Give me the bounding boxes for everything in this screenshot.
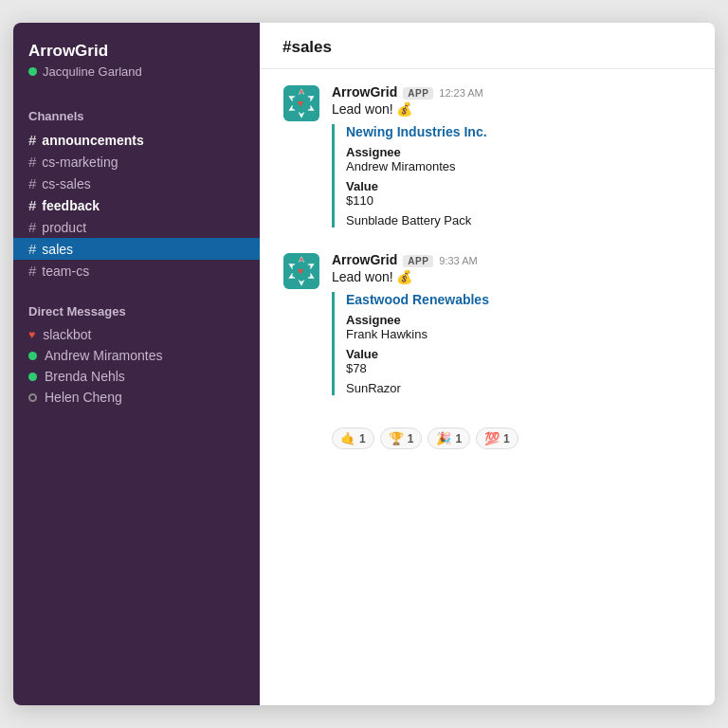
- hash-icon: #: [28, 263, 36, 279]
- dm-item-andrew-miramontes[interactable]: Andrew Miramontes: [13, 345, 260, 366]
- channel-label: sales: [42, 242, 73, 257]
- lead-company-1: Eastwood Renewables: [346, 292, 692, 307]
- lead-card-0: Newing Industries Inc. Assignee Andrew M…: [332, 124, 692, 228]
- sender-name-1: ArrowGrid: [332, 252, 397, 267]
- message-group-1: ArrowGrid APP 9:33 AM Lead won! 💰 Eastwo…: [282, 252, 692, 401]
- channels-section-label: Channels: [13, 98, 260, 129]
- message-time-1: 9:33 AM: [439, 255, 477, 266]
- channel-label: cs-marketing: [42, 155, 118, 170]
- app-badge-0: APP: [403, 87, 433, 100]
- sidebar-channel-cs-sales[interactable]: #cs-sales: [13, 173, 260, 194]
- lead-card-1: Eastwood Renewables Assignee Frank Hawki…: [332, 292, 692, 395]
- sidebar-channel-product[interactable]: #product: [13, 216, 260, 238]
- online-dot: [28, 352, 37, 360]
- dm-item-helen-cheng[interactable]: Helen Cheng: [13, 387, 260, 408]
- app-window: ArrowGrid Jacquline Garland Channels #an…: [13, 23, 715, 705]
- dm-name: slackbot: [43, 327, 91, 342]
- online-dot: [28, 373, 37, 381]
- sidebar-channel-cs-marketing[interactable]: #cs-marketing: [13, 151, 260, 173]
- reaction-1[interactable]: 🏆1: [380, 428, 423, 449]
- value-label-1: Value: [346, 347, 692, 361]
- channel-label: team-cs: [42, 264, 89, 279]
- hash-icon: #: [28, 132, 36, 148]
- sidebar-channel-team-cs[interactable]: #team-cs: [13, 260, 260, 282]
- sender-name-0: ArrowGrid: [332, 84, 397, 100]
- channel-title: #sales: [282, 38, 692, 57]
- dm-name: Andrew Miramontes: [45, 348, 163, 363]
- dm-section-label: Direct Messages: [13, 293, 260, 324]
- sidebar-channel-announcements[interactable]: #announcements: [13, 129, 260, 151]
- reaction-count-0: 1: [359, 432, 366, 446]
- assignee-value-0: Andrew Miramontes: [346, 159, 692, 173]
- dms-list: ♥slackbotAndrew MiramontesBrenda NehlsHe…: [13, 324, 260, 408]
- user-online-dot: [28, 67, 37, 76]
- reaction-count-1: 1: [408, 432, 414, 446]
- hash-icon: #: [28, 197, 36, 213]
- message-text-0: Lead won! 💰: [332, 101, 692, 117]
- channel-label: cs-sales: [42, 176, 90, 191]
- username-label: Jacquline Garland: [43, 64, 142, 79]
- message-body-1: ArrowGrid APP 9:33 AM Lead won! 💰 Eastwo…: [332, 252, 692, 401]
- dm-item-brenda-nehls[interactable]: Brenda Nehls: [13, 366, 260, 387]
- app-badge-1: APP: [403, 255, 433, 267]
- dm-item-slackbot[interactable]: ♥slackbot: [13, 324, 260, 345]
- heart-icon: ♥: [28, 328, 35, 341]
- reaction-count-3: 1: [503, 432, 510, 446]
- assignee-label-1: Assignee: [346, 313, 692, 327]
- messages-container: ArrowGrid APP 12:23 AM Lead won! 💰 Newin…: [282, 84, 692, 401]
- deal-value-1: $78: [346, 361, 692, 375]
- user-status: Jacquline Garland: [28, 64, 245, 79]
- workspace-name[interactable]: ArrowGrid: [28, 42, 245, 61]
- main-content: #sales ArrowGrid APP 12:23 AM Lead: [260, 23, 715, 705]
- reaction-emoji-0: 🤙: [340, 431, 355, 446]
- deal-value-0: $110: [346, 193, 692, 208]
- message-header-1: ArrowGrid APP 9:33 AM: [332, 252, 692, 267]
- hash-icon: #: [28, 154, 36, 170]
- reaction-0[interactable]: 🤙1: [332, 428, 374, 449]
- sidebar-channel-sales[interactable]: #sales: [13, 238, 260, 260]
- product-value-1: SunRazor: [346, 381, 692, 395]
- message-text-1: Lead won! 💰: [332, 269, 692, 284]
- reaction-emoji-2: 🎉: [436, 431, 451, 446]
- channel-header: #sales: [260, 23, 715, 69]
- dm-name: Helen Cheng: [45, 390, 122, 405]
- sender-avatar-0: [282, 84, 320, 122]
- channels-list: #announcements#cs-marketing#cs-sales#fee…: [13, 129, 260, 282]
- channel-label: feedback: [42, 198, 100, 213]
- dm-name: Brenda Nehls: [45, 369, 125, 384]
- messages-area[interactable]: ArrowGrid APP 12:23 AM Lead won! 💰 Newin…: [260, 69, 715, 705]
- reaction-3[interactable]: 💯1: [476, 428, 519, 449]
- reaction-emoji-1: 🏆: [389, 431, 404, 446]
- assignee-value-1: Frank Hawkins: [346, 327, 692, 341]
- lead-company-0: Newing Industries Inc.: [346, 124, 692, 139]
- channel-label: product: [42, 220, 86, 235]
- assignee-label-0: Assignee: [346, 145, 692, 159]
- sidebar: ArrowGrid Jacquline Garland Channels #an…: [13, 23, 260, 705]
- sidebar-channel-feedback[interactable]: #feedback: [13, 194, 260, 216]
- message-body-0: ArrowGrid APP 12:23 AM Lead won! 💰 Newin…: [332, 84, 692, 233]
- reaction-2[interactable]: 🎉1: [428, 428, 470, 449]
- offline-dot: [28, 393, 37, 402]
- reaction-count-2: 1: [455, 432, 462, 446]
- reactions-bar: 🤙1🏆1🎉1💯1: [282, 420, 692, 453]
- hash-icon: #: [28, 219, 36, 235]
- hash-icon: #: [28, 241, 36, 257]
- message-group-0: ArrowGrid APP 12:23 AM Lead won! 💰 Newin…: [282, 84, 692, 233]
- message-time-0: 12:23 AM: [439, 87, 482, 99]
- hash-icon: #: [28, 175, 36, 191]
- workspace-header: ArrowGrid Jacquline Garland: [13, 42, 260, 98]
- message-header-0: ArrowGrid APP 12:23 AM: [332, 84, 692, 100]
- product-value-0: Sunblade Battery Pack: [346, 213, 692, 228]
- reaction-emoji-3: 💯: [484, 431, 500, 446]
- sender-avatar-1: [282, 252, 320, 290]
- channel-label: announcements: [42, 133, 143, 148]
- value-label-0: Value: [346, 179, 692, 193]
